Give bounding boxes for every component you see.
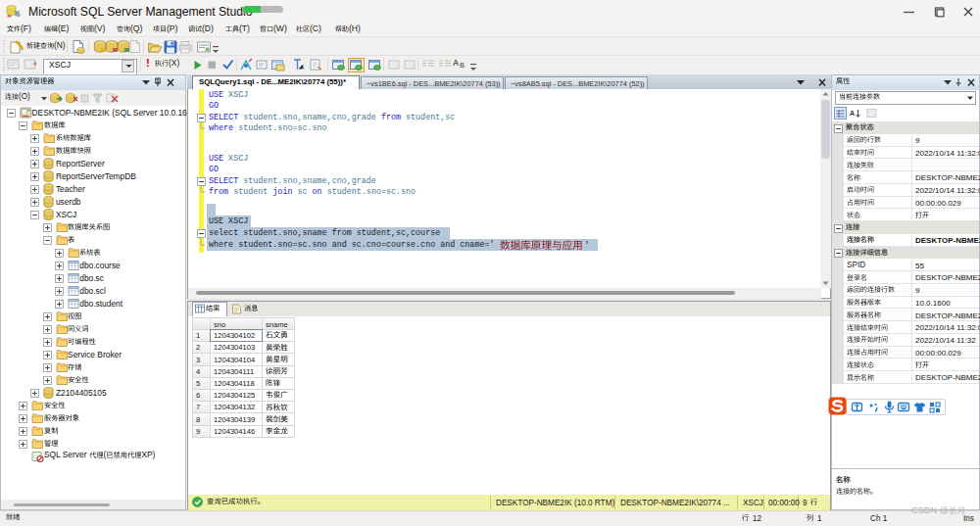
svg-text:(T): (T)	[239, 24, 250, 33]
svg-text:XP): XP)	[141, 450, 155, 459]
svg-text:(: (	[103, 450, 106, 459]
svg-text:(V): (V)	[94, 24, 106, 33]
svg-text:(X): (X)	[169, 58, 179, 68]
svg-text:(H): (H)	[349, 24, 361, 33]
svg-text:CSDN @: CSDN @	[911, 505, 949, 515]
svg-text:(E): (E)	[58, 24, 70, 33]
svg-text:SQL Server: SQL Server	[44, 450, 87, 459]
svg-text:A: A	[850, 110, 855, 117]
svg-text:(D): (D)	[202, 24, 214, 33]
svg-text:(W): (W)	[273, 24, 287, 33]
svg-text:(N): (N)	[54, 40, 66, 50]
svg-text:(P): (P)	[167, 24, 178, 33]
svg-text:(O): (O)	[19, 92, 30, 101]
svg-text:(Q): (Q)	[130, 24, 143, 33]
svg-text:(C): (C)	[310, 24, 321, 33]
svg-text:(F): (F)	[21, 24, 31, 33]
